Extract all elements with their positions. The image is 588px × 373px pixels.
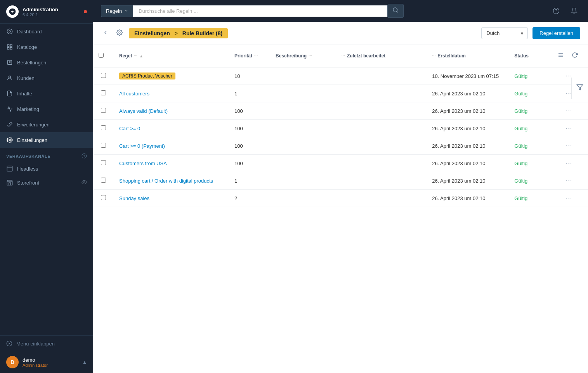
- row-action-dots[interactable]: ···: [566, 160, 572, 166]
- create-rule-button[interactable]: Regel erstellen: [532, 27, 580, 39]
- notifications-icon-btn[interactable]: [568, 5, 580, 17]
- rule-name-tag[interactable]: ACRIS Product Voucher: [119, 73, 175, 79]
- help-icon-btn[interactable]: [550, 5, 562, 17]
- inhalte-icon: [6, 90, 13, 97]
- breadcrumb-settings-btn[interactable]: [115, 28, 124, 39]
- col-prioritat-label: Priorität: [234, 53, 252, 59]
- th-select-all: [93, 45, 114, 67]
- nav-kunden[interactable]: Kunden: [0, 70, 93, 86]
- rule-name[interactable]: Customers from USA: [119, 161, 167, 166]
- row-checkbox[interactable]: [101, 143, 106, 148]
- nav-marketing[interactable]: Marketing: [0, 101, 93, 117]
- help-icon: [553, 7, 560, 14]
- row-status: Gültig: [509, 67, 550, 85]
- row-action-dots[interactable]: ···: [566, 125, 572, 131]
- row-action-dots[interactable]: ···: [566, 195, 572, 201]
- nav-kataloge-label: Kataloge: [17, 44, 37, 50]
- row-actions: ···: [550, 137, 588, 155]
- sidebar-item-storefront[interactable]: Storefront: [0, 176, 93, 190]
- nav-marketing-label: Marketing: [17, 106, 39, 112]
- breadcrumb: Einstellungen > Rule Builder (8): [129, 28, 228, 38]
- svg-point-25: [119, 32, 120, 33]
- user-chevron-icon: ▲: [82, 359, 87, 365]
- row-zuletzt: [336, 102, 427, 120]
- col-regel-dots[interactable]: ···: [134, 54, 137, 58]
- row-regel: Cart >= 0: [114, 120, 229, 137]
- menu-collapse-btn[interactable]: Menü einklappen: [0, 336, 93, 351]
- breadcrumb-bar: Einstellungen > Rule Builder (8) Dutch E…: [93, 22, 588, 45]
- status-badge: Gültig: [514, 195, 527, 201]
- col-regel-sort[interactable]: ▲: [139, 54, 143, 58]
- language-select[interactable]: Dutch English German: [481, 27, 528, 39]
- nav-kataloge[interactable]: Kataloge: [0, 39, 93, 55]
- settings-icon: [116, 29, 123, 36]
- search-input[interactable]: [133, 5, 388, 17]
- nav-dashboard[interactable]: Dashboard: [0, 24, 93, 39]
- search-submit-btn[interactable]: [388, 4, 404, 18]
- table-refresh-btn[interactable]: [569, 50, 580, 62]
- row-checkbox-cell: [93, 102, 114, 120]
- row-checkbox[interactable]: [101, 90, 106, 95]
- breadcrumb-separator: >: [175, 30, 178, 36]
- einstellungen-icon: [6, 136, 13, 143]
- row-checkbox[interactable]: [101, 195, 106, 200]
- col-status-label: Status: [514, 53, 529, 59]
- rule-name[interactable]: Cart >= 0: [119, 126, 140, 131]
- search-icon: [392, 7, 399, 13]
- table-options-btn[interactable]: [555, 50, 566, 62]
- row-checkbox[interactable]: [101, 178, 106, 183]
- table-row: Sunday sales 2 26. April 2023 um 02:10 G…: [93, 190, 588, 207]
- row-action-dots[interactable]: ···: [566, 142, 572, 149]
- status-badge: Gültig: [514, 178, 527, 184]
- svg-line-22: [397, 11, 398, 12]
- row-checkbox[interactable]: [101, 73, 106, 78]
- marketing-icon: [6, 105, 13, 112]
- row-actions: ···: [550, 172, 588, 190]
- row-erstellt: 26. April 2023 um 02:10: [427, 120, 509, 137]
- row-action-dots[interactable]: ···: [566, 107, 572, 114]
- select-all-checkbox[interactable]: [99, 53, 104, 58]
- add-sales-channel-icon[interactable]: [82, 153, 87, 159]
- topbar: Regeln: [93, 0, 588, 22]
- sidebar-item-headless[interactable]: Headless: [0, 162, 93, 176]
- row-zuletzt: [336, 172, 427, 190]
- status-badge: Gültig: [514, 91, 527, 97]
- row-checkbox[interactable]: [101, 160, 106, 165]
- nav-bestellungen[interactable]: Bestellungen: [0, 55, 93, 70]
- col-prioritat-dots[interactable]: ···: [254, 54, 258, 58]
- nav-erweiterungen[interactable]: Erweiterungen: [0, 117, 93, 132]
- row-checkbox[interactable]: [101, 108, 106, 113]
- svg-point-10: [9, 76, 10, 78]
- row-status: Gültig: [509, 155, 550, 172]
- th-zuletzt: ··· Zuletzt bearbeitet: [336, 45, 427, 67]
- rule-name[interactable]: Shopping cart / Order with digital produ…: [119, 178, 213, 184]
- svg-point-11: [9, 139, 10, 141]
- user-area[interactable]: D demo Administrator ▲: [0, 351, 93, 373]
- row-prioritat: 10: [229, 67, 270, 85]
- col-beschreibung-label: Beschreibung: [276, 53, 307, 59]
- storefront-eye-icon[interactable]: [82, 180, 87, 186]
- svg-point-21: [393, 8, 397, 12]
- nav-inhalte[interactable]: Inhalte: [0, 86, 93, 101]
- row-regel: All customers: [114, 85, 229, 102]
- nav-einstellungen[interactable]: Einstellungen: [0, 132, 93, 148]
- table-row: Always valid (Default) 100 26. April 202…: [93, 102, 588, 120]
- rule-name[interactable]: Cart >= 0 (Payment): [119, 143, 165, 149]
- sidebar: Administration 6.4.20.1 Dashboard Katalo…: [0, 0, 93, 373]
- row-prioritat: 2: [229, 190, 270, 207]
- row-action-dots[interactable]: ···: [566, 177, 572, 184]
- rule-name[interactable]: All customers: [119, 91, 149, 97]
- search-type-dropdown[interactable]: Regeln: [101, 5, 133, 17]
- row-status: Gültig: [509, 190, 550, 207]
- col-beschreibung-dots[interactable]: ···: [309, 54, 312, 58]
- svg-rect-5: [10, 47, 12, 49]
- rule-name[interactable]: Always valid (Default): [119, 108, 168, 114]
- sidebar-footer: Menü einklappen D demo Administrator ▲: [0, 335, 93, 373]
- row-prioritat: 100: [229, 120, 270, 137]
- back-button[interactable]: [101, 28, 110, 39]
- filter-btn[interactable]: [574, 81, 586, 95]
- row-regel: Cart >= 0 (Payment): [114, 137, 229, 155]
- row-erstellt: 10. November 2023 um 07:15: [427, 67, 509, 85]
- row-checkbox[interactable]: [101, 125, 106, 130]
- rule-name[interactable]: Sunday sales: [119, 195, 149, 201]
